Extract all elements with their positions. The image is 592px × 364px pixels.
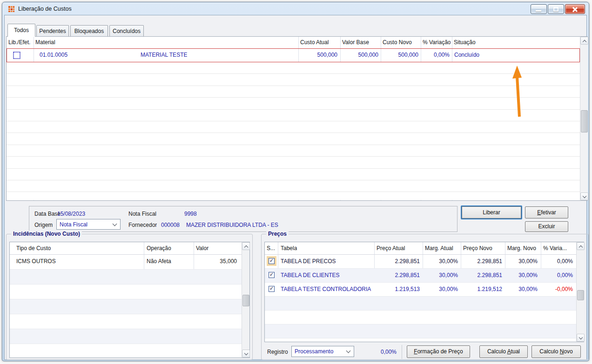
row-checkbox[interactable]: ✓: [269, 258, 275, 264]
app-icon: [8, 6, 15, 13]
precos-scrollbar[interactable]: [576, 242, 584, 342]
variacao-value: 0,00%: [543, 272, 573, 278]
incidencias-table: Tipo de Custo Operação Valor ICMS OUTROS…: [9, 242, 250, 358]
tab-concluidos-label: Concluídos: [113, 28, 141, 34]
valor-base-value: 500,000: [341, 52, 378, 58]
col-marg-atual[interactable]: Marg. Atual: [425, 245, 453, 251]
col-preco-novo[interactable]: Preço Novo: [463, 245, 492, 251]
col-tabela[interactable]: Tabela: [281, 245, 297, 251]
tab-concluidos[interactable]: Concluídos: [109, 25, 144, 37]
liberar-rest: iberar: [486, 209, 500, 216]
col-custo-atual[interactable]: Custo Atual: [300, 39, 329, 46]
precos-group: Preços S... Tabela Preço Atual Marg. Atu…: [261, 234, 589, 360]
calculo-novo-button[interactable]: Calculo Novo: [531, 345, 581, 358]
origem-value: Nota Fiscal: [60, 219, 87, 229]
calculo-novo-pre: Calculo: [539, 348, 559, 355]
col-preco-atual[interactable]: Preço Atual: [377, 245, 405, 251]
col-valor-base[interactable]: Valor Base: [342, 39, 369, 46]
col-material[interactable]: Material: [35, 39, 55, 46]
minimize-button[interactable]: [531, 4, 547, 14]
marg-novo-value: 30,00%: [507, 286, 538, 292]
scroll-down-icon[interactable]: [580, 192, 588, 200]
tab-todos-label: Todos: [14, 27, 29, 33]
checkbox-checked-icon: ✓: [269, 258, 274, 264]
window-title: Liberação de Custos: [18, 6, 72, 12]
scroll-down-icon[interactable]: [242, 350, 250, 357]
scroll-up-icon[interactable]: [242, 242, 250, 250]
scroll-up-icon[interactable]: [580, 37, 588, 45]
col-varia[interactable]: % Varia...: [543, 245, 567, 251]
preco-novo-value: 2.298,851: [463, 272, 502, 278]
maximize-button[interactable]: [548, 4, 564, 14]
calculo-novo-rest: ovo: [564, 348, 572, 355]
col-tipo-custo[interactable]: Tipo de Custo: [16, 245, 51, 251]
maximize-icon: [553, 7, 558, 12]
marg-atual-value: 30,00%: [425, 286, 458, 292]
precos-title: Preços: [266, 231, 289, 237]
origem-combo[interactable]: Nota Fiscal: [56, 219, 121, 230]
data-base-label: Data Base: [34, 211, 61, 217]
tabela-name: TABELA TESTE CONTROLADORIA: [281, 286, 371, 292]
tab-pendentes[interactable]: Pendentes: [36, 25, 69, 37]
excluir-label: Excluir: [538, 223, 555, 230]
tab-bloqueados[interactable]: Bloqueados: [70, 25, 108, 37]
preco-atual-value: 2.298,851: [377, 272, 420, 278]
calculo-atual-rest: tual: [511, 348, 520, 355]
excluir-button[interactable]: Excluir: [525, 221, 568, 232]
screen: Liberação de Custos Todos Pendentes Bloq…: [0, 0, 592, 364]
details-panel: Data Base 15/08/2023 Nota Fiscal 9998 Or…: [29, 206, 457, 232]
fornecedor-name: MAZER DISTRIBUIDORA LTDA - ES: [186, 222, 278, 228]
variacao-value: 0,00%: [543, 258, 573, 265]
precos-scrollbar-thumb[interactable]: [577, 290, 584, 300]
incidencias-scrollbar[interactable]: [242, 242, 249, 357]
preco-atual-value: 1.219,513: [377, 286, 420, 292]
grid-scrollbar[interactable]: [580, 37, 588, 200]
marg-atual-value: 30,00%: [425, 258, 458, 265]
scroll-up-icon[interactable]: [577, 242, 585, 250]
fornecedor-code: 000008: [161, 222, 180, 228]
col-marg-novo[interactable]: Marg. Novo: [507, 245, 536, 251]
col-situacao[interactable]: Situação: [454, 39, 476, 46]
col-lib-efet[interactable]: Lib./Efet.: [8, 39, 30, 46]
preco-novo-value: 1.219,512: [463, 286, 502, 292]
grid-scrollbar-thumb[interactable]: [581, 110, 588, 132]
titlebar[interactable]: Liberação de Custos: [2, 2, 589, 15]
valor-value: 35,000: [196, 258, 237, 265]
preco-novo-value: 2.298,851: [463, 258, 502, 265]
fornecedor-label: Fornecedor: [128, 222, 157, 228]
marg-atual-value: 30,00%: [425, 272, 458, 278]
registro-combo[interactable]: Processamento: [291, 346, 354, 357]
preco-atual-value: 2.298,851: [377, 258, 420, 265]
nota-fiscal-value: 9998: [184, 211, 197, 217]
calculo-atual-button[interactable]: Calculo Atual: [479, 345, 528, 358]
marg-novo-value: 30,00%: [507, 258, 538, 265]
minimize-icon: [536, 10, 541, 12]
incidencias-scrollbar-thumb[interactable]: [242, 295, 249, 306]
checkbox-checked-icon: ✓: [269, 271, 274, 278]
formacao-rest: ormação de Preço: [417, 348, 463, 355]
col-variacao[interactable]: % Variação: [423, 39, 451, 46]
row-checkbox[interactable]: ✓: [269, 286, 275, 292]
tab-todos[interactable]: Todos: [7, 24, 35, 37]
variacao-value: -0,00%: [543, 286, 573, 292]
material-desc: MATERIAL TESTE: [141, 52, 187, 58]
scroll-down-icon[interactable]: [577, 334, 585, 342]
chevron-down-icon: [346, 349, 351, 353]
formacao-preco-button[interactable]: Formação de Preço: [407, 345, 470, 358]
registro-label: Registro: [267, 349, 288, 355]
col-sel[interactable]: S...: [267, 245, 275, 251]
data-base-value: 15/08/2023: [57, 211, 85, 217]
col-valor[interactable]: Valor: [196, 245, 209, 251]
chevron-down-icon: [113, 221, 117, 226]
col-custo-novo[interactable]: Custo Novo: [383, 39, 412, 46]
row-checkbox[interactable]: [13, 52, 20, 59]
table-row-selected[interactable]: 01.01.0005 MATERIAL TESTE 500,000 500,00…: [7, 48, 580, 62]
tab-pendentes-label: Pendentes: [39, 28, 66, 34]
marg-novo-value: 30,00%: [507, 272, 538, 278]
row-checkbox[interactable]: ✓: [269, 272, 275, 278]
materials-grid: Lib./Efet. Material Custo Atual Valor Ba…: [6, 36, 588, 201]
col-operacao[interactable]: Operação: [147, 245, 171, 251]
efetivar-button[interactable]: Efetivar: [525, 206, 568, 218]
liberar-button[interactable]: Liberar: [461, 205, 522, 219]
close-button[interactable]: [565, 4, 585, 14]
